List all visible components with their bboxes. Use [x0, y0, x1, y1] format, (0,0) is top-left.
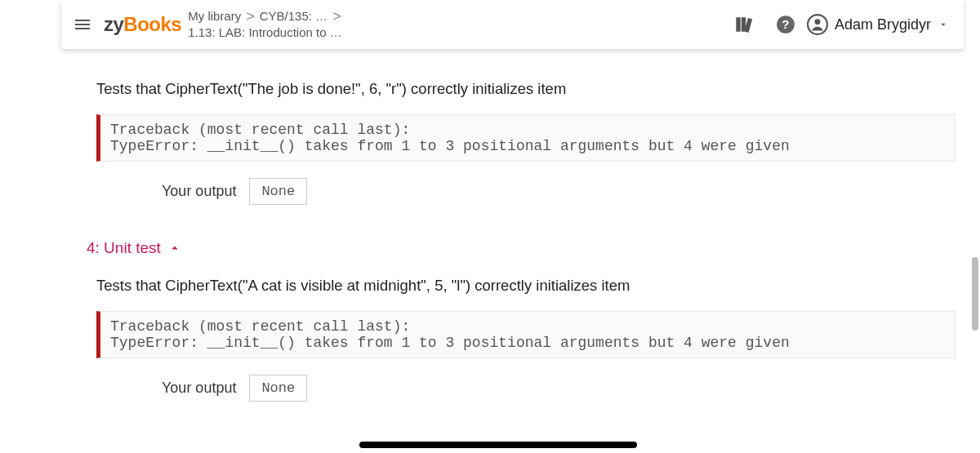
your-output-value: None [249, 375, 307, 402]
chevron-right-icon: > [332, 9, 341, 24]
unit-test-4-toggle[interactable]: 4: Unit test [72, 224, 980, 262]
zybooks-logo[interactable]: zyBooks [104, 13, 181, 36]
app-header: zyBooks My library > CYB/135: … > 1.13: … [61, 0, 964, 49]
scrollbar[interactable] [970, 257, 980, 388]
breadcrumb-current: 1.13: LAB: Introduction to … [188, 24, 341, 41]
chevron-up-icon [167, 241, 182, 255]
your-output-row: Your output None [72, 162, 980, 224]
breadcrumb: My library > CYB/135: … > 1.13: LAB: Int… [188, 8, 341, 42]
user-avatar-icon [807, 14, 828, 35]
unit-test-title: 4: Unit test [87, 239, 161, 257]
breadcrumb-link-course[interactable]: CYB/135: … [260, 8, 327, 24]
your-output-row: Your output None [72, 358, 980, 421]
user-name: Adam Brygidyr [835, 16, 931, 33]
svg-point-3 [814, 19, 820, 24]
your-output-value: None [249, 178, 307, 205]
caret-down-icon [938, 19, 949, 30]
bottom-handle [359, 442, 637, 448]
traceback-output: Traceback (most recent call last): TypeE… [96, 311, 956, 358]
breadcrumb-link-library[interactable]: My library [188, 8, 241, 24]
logo-books: Books [123, 13, 181, 35]
menu-icon[interactable] [73, 15, 92, 34]
lab-results: Tests that CipherText("The job is done!"… [0, 54, 980, 421]
traceback-output: Traceback (most recent call last): TypeE… [96, 114, 956, 162]
chevron-right-icon: > [246, 9, 255, 24]
cutoff-prev-heading [72, 54, 980, 65]
help-icon[interactable]: ? [774, 13, 797, 36]
your-output-label: Your output [162, 183, 236, 200]
logo-zy: zy [104, 13, 123, 35]
test-description: Tests that CipherText("A cat is visible … [72, 262, 980, 306]
user-menu[interactable]: Adam Brygidyr [807, 14, 949, 35]
catalog-icon[interactable] [732, 13, 755, 36]
your-output-label: Your output [162, 380, 236, 397]
svg-text:?: ? [782, 17, 789, 31]
test-description: Tests that CipherText("The job is done!"… [72, 65, 980, 109]
scrollbar-thumb[interactable] [972, 257, 978, 331]
